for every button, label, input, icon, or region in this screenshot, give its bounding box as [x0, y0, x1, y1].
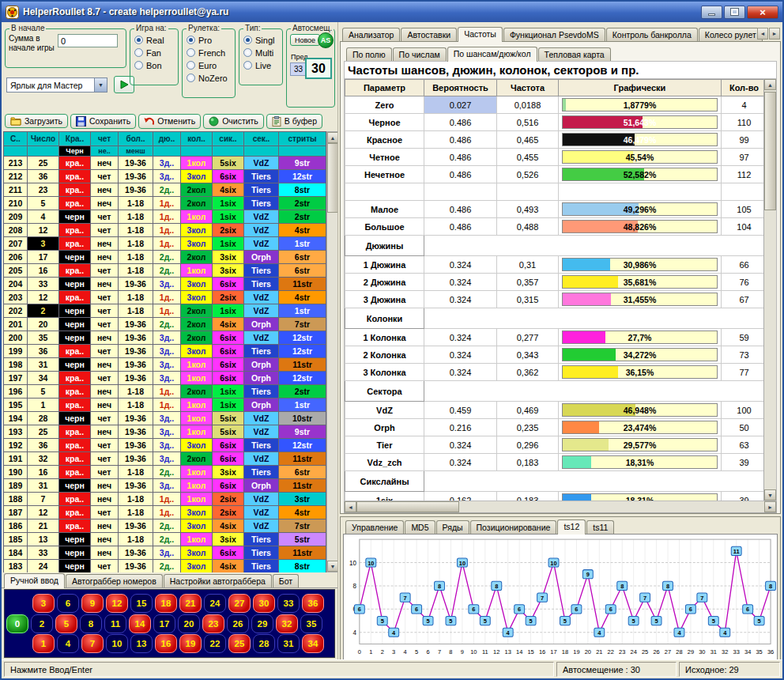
radio-multi[interactable]: Multi — [243, 47, 279, 58]
board-number-12[interactable]: 12 — [106, 594, 128, 613]
tab-wheel[interactable]: Колесо рулет — [699, 28, 763, 41]
board-number-23[interactable]: 23 — [202, 614, 224, 633]
radio-bon[interactable]: Bon — [134, 60, 175, 70]
sixline-cell: 4six — [213, 318, 244, 331]
board-number-4[interactable]: 4 — [57, 634, 79, 653]
board-number-31[interactable]: 31 — [277, 634, 300, 653]
board-number-21[interactable]: 21 — [179, 594, 202, 613]
chevron-down-icon[interactable]: ▼ — [94, 78, 107, 92]
history-scrollbar[interactable]: ▲ ▼ — [326, 131, 337, 572]
radio-nozero[interactable]: NoZero — [187, 73, 232, 83]
clear-button[interactable]: Очистить — [203, 114, 264, 129]
save-button[interactable]: Сохранить — [70, 114, 136, 129]
subtab-heatmap[interactable]: Тепловая карта — [538, 47, 611, 61]
board-number-26[interactable]: 26 — [227, 614, 249, 633]
dozen-cell: 1д.. — [153, 197, 181, 210]
board-number-10[interactable]: 10 — [106, 634, 128, 653]
scroll-down-icon[interactable]: ▼ — [327, 561, 337, 572]
frequency-h-scrollbar[interactable]: ◄ ► — [344, 501, 777, 513]
board-number-20[interactable]: 20 — [178, 614, 200, 633]
board-number-34[interactable]: 34 — [302, 634, 324, 653]
board-number-33[interactable]: 33 — [277, 594, 300, 613]
radio-french[interactable]: French — [187, 47, 232, 58]
spin-cell: 204 — [4, 278, 28, 291]
board-number-18[interactable]: 18 — [155, 594, 177, 613]
subtab-by-numbers[interactable]: По числам — [393, 47, 447, 61]
scroll-up-icon[interactable]: ▲ — [327, 132, 337, 143]
board-number-17[interactable]: 17 — [153, 614, 175, 633]
board-number-6[interactable]: 6 — [57, 594, 79, 613]
tab-md5[interactable]: MD5 — [405, 520, 435, 534]
board-number-24[interactable]: 24 — [204, 594, 226, 613]
tab-control[interactable]: Управление — [345, 520, 404, 534]
subtab-by-chances[interactable]: По шансам/дюж/кол — [447, 47, 537, 62]
board-number-3[interactable]: 3 — [32, 594, 55, 613]
board-number-19[interactable]: 19 — [179, 634, 202, 653]
undo-button[interactable]: Отменить — [138, 114, 201, 129]
tab-bankroll[interactable]: Контроль банкролла — [606, 28, 698, 41]
number-cell: 31 — [28, 358, 59, 372]
start-sum-input[interactable] — [58, 34, 118, 47]
board-number-27[interactable]: 27 — [228, 594, 251, 613]
tab-ts11[interactable]: ts11 — [586, 520, 614, 534]
radio-euro[interactable]: Euro — [187, 60, 232, 70]
scrollbar-thumb[interactable] — [327, 143, 337, 213]
scroll-right-icon[interactable]: ► — [764, 501, 776, 512]
board-number-28[interactable]: 28 — [253, 634, 275, 653]
load-button[interactable]: Загрузить — [5, 114, 68, 128]
board-number-29[interactable]: 29 — [251, 614, 273, 633]
board-number-0[interactable]: 0 — [6, 614, 28, 633]
board-number-22[interactable]: 22 — [204, 634, 226, 653]
board-number-13[interactable]: 13 — [130, 634, 153, 653]
new-autoshift-button[interactable]: Новое — [290, 34, 320, 46]
scrollbar-thumb[interactable] — [764, 92, 776, 210]
tab-scroll-left-button[interactable]: ◄ — [757, 28, 768, 40]
board-number-30[interactable]: 30 — [253, 594, 275, 613]
tab-psevdoms[interactable]: Функционал PsevdoMS — [503, 28, 605, 41]
board-number-1[interactable]: 1 — [32, 634, 55, 653]
tab-analyzer[interactable]: Анализатор — [342, 28, 400, 41]
board-number-11[interactable]: 11 — [104, 614, 126, 633]
board-number-7[interactable]: 7 — [81, 634, 104, 653]
close-button[interactable]: × — [747, 6, 778, 19]
radio-pro[interactable]: Pro — [187, 35, 232, 45]
board-number-35[interactable]: 35 — [300, 614, 322, 633]
board-number-36[interactable]: 36 — [302, 594, 324, 613]
radio-real[interactable]: Real — [134, 35, 175, 45]
tab-scroll-right-button[interactable]: ► — [769, 28, 780, 40]
board-number-9[interactable]: 9 — [81, 594, 104, 613]
frequency-v-scrollbar[interactable]: ▲ ▼ — [763, 79, 776, 501]
board-number-14[interactable]: 14 — [129, 614, 151, 633]
minimize-button[interactable] — [701, 6, 722, 19]
radio-live[interactable]: Live — [243, 60, 279, 70]
scroll-down-icon[interactable]: ▼ — [764, 489, 776, 501]
maximize-button[interactable] — [724, 6, 745, 19]
preset-select[interactable]: Ярлык для Мастер ▼ — [6, 77, 107, 93]
tab-autobets[interactable]: Автоставки — [401, 28, 457, 41]
tab-grabber-settings[interactable]: Настройки автограббера — [164, 574, 272, 587]
svg-text:6: 6 — [472, 606, 475, 613]
board-number-25[interactable]: 25 — [228, 634, 251, 653]
titlebar[interactable]: HelperRoullet 8.7 - create helperroullet… — [2, 2, 782, 22]
board-number-2[interactable]: 2 — [31, 614, 53, 633]
board-number-5[interactable]: 5 — [55, 614, 77, 633]
tab-frequencies[interactable]: Частоты — [458, 27, 503, 42]
tab-positioning[interactable]: Позиционирование — [470, 520, 557, 534]
subtab-by-field[interactable]: По полю — [346, 47, 392, 61]
board-number-32[interactable]: 32 — [276, 614, 298, 633]
board-number-15[interactable]: 15 — [130, 594, 153, 613]
tab-autograbber[interactable]: Автограббер номеров — [66, 574, 163, 587]
tab-bot[interactable]: Бот — [273, 574, 299, 587]
tab-manual-input[interactable]: Ручной ввод — [4, 573, 65, 588]
radio-fan[interactable]: Fan — [134, 47, 175, 58]
copy-buffer-button[interactable]: В буфер — [266, 114, 322, 129]
board-number-8[interactable]: 8 — [80, 614, 102, 633]
radio-singl[interactable]: Singl — [243, 35, 279, 45]
scrollbar-thumb[interactable] — [356, 501, 459, 512]
tab-rows[interactable]: Ряды — [436, 520, 469, 534]
scroll-up-icon[interactable]: ▲ — [764, 79, 776, 90]
scroll-left-icon[interactable]: ◄ — [345, 501, 356, 512]
tab-ts12[interactable]: ts12 — [557, 519, 586, 535]
autoshift-as-badge[interactable]: AS — [318, 32, 334, 48]
board-number-16[interactable]: 16 — [155, 634, 177, 653]
